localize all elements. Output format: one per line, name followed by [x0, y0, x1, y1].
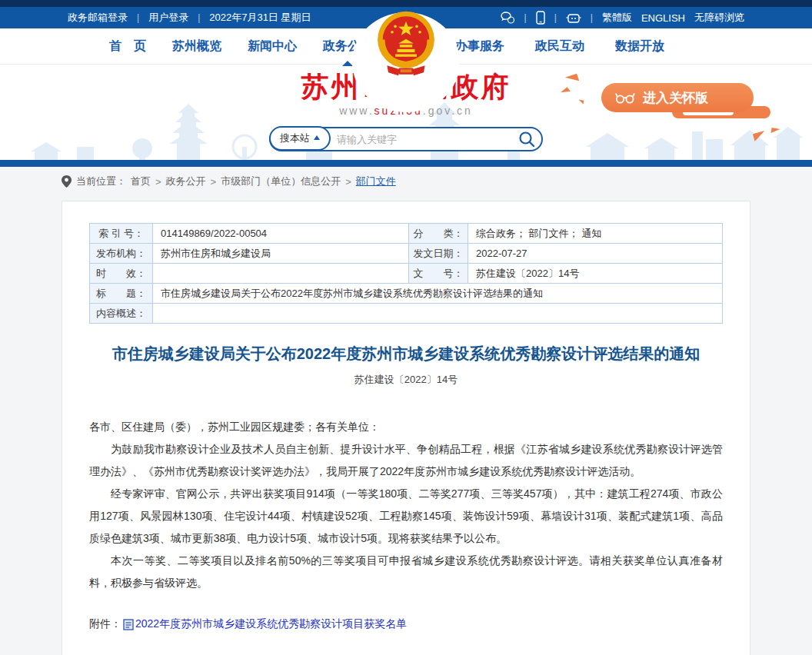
active-tab-caret-icon — [342, 61, 353, 66]
breadcrumb: 当前位置： 首页 > 政务公开 > 市级部门（单位）信息公开 > 部门文件 — [62, 172, 750, 191]
decorative-arrow — [578, 99, 584, 104]
breadcrumb-separator: > — [211, 176, 217, 188]
breadcrumb-home[interactable]: 首页 — [131, 175, 151, 188]
table-row: 时 效： 文 号： 苏住建设〔2022〕14号 — [90, 264, 723, 284]
topbar-divider: | — [524, 12, 527, 23]
topbar-divider: | — [591, 12, 593, 23]
nav-item-open-data[interactable]: 数据开放 — [615, 38, 664, 55]
meta-label-title: 标 题： — [90, 284, 153, 304]
user-login-link[interactable]: 用户登录 — [148, 11, 188, 25]
breadcrumb-separator: > — [155, 176, 161, 188]
meta-label-index: 索 引 号： — [90, 224, 153, 244]
attachment-link[interactable]: 2022年度苏州市城乡建设系统优秀勘察设计项目获奖名单 — [123, 617, 407, 631]
breadcrumb-separator: > — [345, 176, 351, 188]
location-pin-icon — [62, 175, 72, 188]
nav-item-home[interactable]: 首 页 — [109, 38, 146, 55]
accessibility-link[interactable]: 无障碍浏览 — [694, 11, 744, 25]
blue-divider-bar — [0, 160, 812, 167]
doc-meta-table: 索 引 号： 014149869/2022-00504 分 类： 综合政务； 部… — [89, 223, 723, 324]
wechat-icon[interactable] — [500, 12, 515, 24]
breadcrumb-current[interactable]: 部门文件 — [356, 175, 396, 188]
meta-label-validity: 时 效： — [90, 264, 153, 284]
search-input[interactable] — [331, 134, 518, 145]
table-row: 发布机构： 苏州市住房和城乡建设局 发文日期： 2022-07-27 — [90, 244, 723, 264]
search-scope-select[interactable]: 搜本站 — [269, 126, 331, 151]
meta-value-date: 2022-07-27 — [468, 244, 723, 264]
article-paragraph: 各市、区住建局（委），苏州工业园区规建委；各有关单位： — [89, 416, 723, 438]
article-paragraph: 经专家评审、官网公示，共评出获奖项目914项（一等奖180项、二等奖277项、三… — [89, 483, 723, 550]
meta-label-date: 发文日期： — [409, 244, 468, 264]
care-mode-area: 进入关怀版 — [601, 83, 754, 112]
article-paragraph: 为鼓励我市勘察设计企业及技术人员自主创新、提升设计水平、争创精品工程，根据《江苏… — [89, 438, 723, 483]
meta-value-doc-number: 苏住建设〔2022〕14号 — [468, 264, 723, 284]
care-mode-button[interactable]: 进入关怀版 — [601, 83, 754, 112]
mobile-icon[interactable] — [536, 11, 545, 25]
date-text: 2022年7月31日 星期日 — [209, 11, 311, 25]
search-icon[interactable] — [518, 131, 535, 148]
nav-item-services[interactable]: 办事服务 — [455, 38, 504, 55]
doc-file-icon — [123, 619, 134, 630]
top-strip — [0, 0, 812, 7]
glasses-icon — [615, 91, 636, 105]
mail-login-link[interactable]: 政务邮箱登录 — [68, 11, 128, 25]
topbar-divider: | — [137, 12, 139, 23]
article-paragraph: 本次一等奖、二等奖项目以及排名前50%的三等奖项目可申报省城乡建设系统优秀勘察设… — [89, 550, 723, 594]
topbar-divider: | — [198, 12, 200, 23]
meta-value-title: 市住房城乡建设局关于公布2022年度苏州市城乡建设系统优秀勘察设计评选结果的通知 — [153, 284, 723, 304]
url-prefix: www. — [339, 105, 374, 117]
care-mode-label: 进入关怀版 — [643, 89, 708, 107]
nav-item-news[interactable]: 新闻中心 — [248, 38, 297, 55]
scope-dropdown-arrow-icon — [314, 135, 320, 140]
breadcrumb-dept-disclosure[interactable]: 市级部门（单位）信息公开 — [221, 175, 341, 188]
meta-label-category: 分 类： — [409, 224, 468, 244]
doc-number: 苏住建设〔2022〕14号 — [89, 373, 723, 387]
attachment-label: 附件： — [89, 617, 121, 631]
table-row: 标 题： 市住房城乡建设局关于公布2022年度苏州市城乡建设系统优秀勘察设计评选… — [90, 284, 723, 304]
table-row: 索 引 号： 014149869/2022-00504 分 类： 综合政务； 部… — [90, 224, 723, 244]
article-title: 市住房城乡建设局关于公布2022年度苏州市城乡建设系统优秀勘察设计评选结果的通知 — [89, 344, 723, 364]
meta-label-issuer: 发布机构： — [90, 244, 153, 264]
meta-value-category: 综合政务； 部门文件； 通知 — [468, 224, 723, 244]
english-version-link[interactable]: ENGLISH — [641, 12, 685, 24]
nav-item-interaction[interactable]: 政民互动 — [535, 38, 584, 55]
robot-icon[interactable] — [566, 12, 581, 25]
meta-value-index: 014149869/2022-00504 — [153, 224, 409, 244]
table-row: 内容概述： — [90, 304, 723, 324]
meta-label-doc-number: 文 号： — [409, 264, 468, 284]
traditional-version-link[interactable]: 繁體版 — [602, 11, 632, 25]
search-bar: 搜本站 — [269, 127, 543, 151]
content-card: 索 引 号： 014149869/2022-00504 分 类： 综合政务； 部… — [62, 201, 750, 655]
nav-item-overview[interactable]: 苏州概览 — [172, 38, 221, 55]
breadcrumb-gov-info[interactable]: 政务公开 — [166, 175, 206, 188]
meta-value-summary — [153, 304, 723, 324]
meta-value-issuer: 苏州市住房和城乡建设局 — [153, 244, 409, 264]
meta-value-validity — [153, 264, 409, 284]
meta-label-summary: 内容概述： — [90, 304, 153, 324]
national-emblem — [374, 10, 438, 84]
attachment-row: 附件： 2022年度苏州市城乡建设系统优秀勘察设计项目获奖名单 — [89, 617, 723, 631]
topbar-divider: | — [554, 12, 557, 23]
search-scope-label: 搜本站 — [280, 131, 310, 145]
attachment-link-text: 2022年度苏州市城乡建设系统优秀勘察设计项目获奖名单 — [135, 617, 407, 631]
breadcrumb-label: 当前位置： — [76, 175, 126, 188]
article-body: 各市、区住建局（委），苏州工业园区规建委；各有关单位： 为鼓励我市勘察设计企业及… — [89, 416, 723, 594]
